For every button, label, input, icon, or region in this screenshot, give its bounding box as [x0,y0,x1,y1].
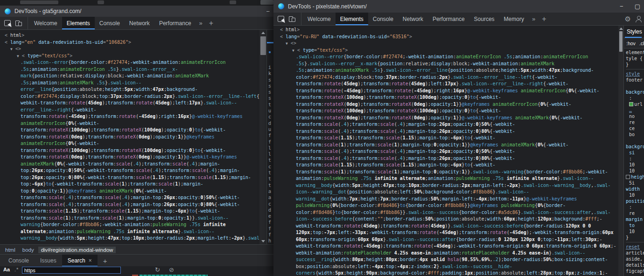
dom-node-row[interactable]: < html> [273,27,618,34]
left-elements-tree[interactable]: < html>< lang="en" data-redeviation-bs-u… [0,30,259,247]
drawer-tab-search[interactable]: Search× [62,255,98,267]
right-code-scrollbar[interactable] [618,26,623,276]
css-text-row[interactable]: transform:scale(.4);transform:scale(.4);… [0,194,259,201]
css-text-row[interactable]: transform:rotateX(100deg);transform:rota… [0,147,259,154]
css-text-row[interactable]: transform:rotateX(0deg);transform:rotate… [0,154,259,161]
breadcrumb-item[interactable]: body [20,247,37,253]
css-text-row[interactable]: warning__body{width:5px;height:47px;top:… [0,235,259,242]
css-text-row[interactable]: transform:rotateX(100deg);transform:rota… [273,108,618,115]
css-text-row[interactable]: icon--success:before{content:"";border-r… [273,216,618,223]
css-text-row[interactable]: transform:scale(1.15);transform:scale(1.… [273,162,618,169]
css-text-row[interactable]: transform:scale(1.15);transform:scale(1.… [0,208,259,215]
css-text-row[interactable]: animateXMark{0%{-webkit-transform:scale(… [0,161,259,168]
css-text-row[interactable]: error__line{position:absolute;height:5px… [0,86,259,93]
tab-performance[interactable]: Performance [154,17,196,29]
pseudo-state-toggle[interactable]: :hov [626,41,636,46]
css-text-row[interactable]: icon--warning__dot{position:absolute;lef… [273,189,618,196]
css-text-row[interactable]: alternate;animation:pulseWarning .75s in… [0,228,259,235]
tab-welcome[interactable]: Welcome [29,17,62,29]
css-text-row[interactable]: transform:rotateX(0deg);transform:rotate… [273,115,618,122]
css-text-row[interactable]: transform:scale(.4);transform:scale(.4);… [273,121,618,128]
css-text-row[interactable]: top:26px;opacity:0}80%{-webkit-transform… [0,174,259,181]
css-text-row[interactable]: box;position:absolute;left:-4px;top:-4px… [273,263,618,270]
dom-node-row[interactable]: < lang="en" data-redeviation-bs-uid="106… [0,39,259,46]
tab-memory[interactable]: Memory [499,13,529,25]
settings-gear-icon[interactable]: ⚙ [625,15,631,22]
css-text-row[interactable]: pulseWarning{0%{border-color:#f8d486}to{… [273,202,618,209]
minimize-button[interactable]: − [620,3,623,9]
css-text-row[interactable]: color:#f8d486}to{border-color:#f8bb86}}.… [273,209,618,216]
css-text-row[interactable]: .swal-icon--error{border-color:#f27474;-… [273,54,618,61]
scrollbar-thumb[interactable] [619,31,623,52]
new-tab-button[interactable]: + [206,17,217,29]
css-text-row[interactable]: transform:scale(1.15);transform:scale(1.… [273,135,618,142]
dom-node-row[interactable]: ▼ < type="text/css"> [273,47,618,54]
tab-network[interactable]: Network [125,17,154,29]
dom-node-row[interactable]: ▼ < type="text/css"> [0,53,259,60]
css-text-row[interactable]: transform:rotateX(100deg);transform:rota… [273,94,618,101]
css-text-row[interactable]: animateErrorIcon{0%{-webkit- [0,140,259,147]
left-titlebar[interactable]: DevTools - gta5grand.com/ − [0,6,273,17]
styles-panel-header[interactable]: Styles [624,26,644,38]
dom-node-row[interactable]: < lang="ru-RU" data-redeviation-bs-uid="… [273,34,618,41]
more-tabs-button[interactable]: » [529,13,539,25]
tab-elements[interactable]: Elements [336,13,368,25]
regex-button[interactable]: .* [14,267,19,272]
css-text-row[interactable]: transform:rotate(-45deg);transform:rotat… [273,88,618,95]
class-toggle[interactable]: .cls [639,41,644,46]
stylesheet-link[interactable]: … [626,107,644,113]
close-tab-icon[interactable]: × [89,257,92,264]
tab-console[interactable]: Console [95,17,125,29]
drawer-tab-issues[interactable]: Issues [35,255,62,267]
css-text-row[interactable]: webkit-animation:rotatePlaceholder 4.25s… [273,250,618,257]
color-swatch[interactable] [629,102,633,106]
breadcrumb-item[interactable]: html [2,247,18,253]
css-text-row[interactable]: .5s;animation:animateErrorIcon .5s}.swal… [0,66,259,73]
css-text-row[interactable]: webkit-transform:rotate(-45deg);transfor… [273,243,618,250]
scroll-up-icon[interactable] [619,28,623,30]
css-text-row[interactable]: animation:pulseWarning .75s infinite alt… [273,175,618,182]
tab-network[interactable]: Network [398,13,428,25]
drawer-tab-console[interactable]: Console [3,255,35,267]
css-text-row[interactable]: mark{position:relative;display:block;-we… [0,73,259,80]
css-text-row[interactable]: webkit-transform:rotate(45deg);transform… [0,100,259,107]
css-text-row[interactable]: animateErrorIcon{0%{-webkit- [0,120,259,127]
styles-filter-bar[interactable]: :hov .cls [624,38,644,48]
stylesheet-link[interactable]: style [626,71,644,77]
right-elements-tree[interactable]: < html>< lang="ru-RU" data-redeviation-b… [273,26,618,276]
css-text-row[interactable]: transform:scale(.4);transform:scale(.4);… [273,155,618,162]
css-text-row[interactable]: transform:scale(1);transform:scale(1);ma… [273,169,618,176]
device-toolbar-icon[interactable] [289,16,296,22]
stylesheet-link[interactable]: reset [626,244,644,250]
refresh-search-icon[interactable]: ↻ [155,266,160,273]
css-text-row[interactable]: warning{border-color:#f8bb86;-webkit-ani… [0,221,259,228]
css-text-row[interactable]: transform:rotate(45deg);transform:rotate… [273,81,618,88]
inspect-element-icon[interactable] [4,20,11,26]
device-toolbar-icon[interactable] [15,20,22,26]
tab-sources[interactable]: Sources [469,13,499,25]
css-text-row[interactable]: transform:scale(1);transform:scale(1);ma… [0,215,259,222]
css-text-row[interactable]: .5s}.swal-icon--error__x-mark{position:r… [273,61,618,68]
css-text-row[interactable]: transform:rotateX(100deg);transform:rota… [0,127,259,134]
css-text-row[interactable]: transform:rotateX(0deg);transform:rotate… [0,134,259,141]
css-text-row[interactable]: .5s;animation:animateXMark .5s}.swal-ico… [273,67,618,74]
css-text-row[interactable]: 60px;transform-origin:60px 60px}.swal-ic… [273,236,618,243]
clear-search-icon[interactable]: ⊘ [169,266,174,273]
css-text-row[interactable]: top:-6px}to{-webkit-transform:scale(1);t… [0,181,259,188]
css-text-row[interactable]: color:#f27474;display:block;top:37px;bor… [273,74,618,81]
tab-welcome[interactable]: Welcome [303,13,336,25]
css-text-row[interactable]: 120px;top:-7px;left:-33px;-webkit-transf… [273,229,618,236]
css-text-row[interactable]: transform:rotateX(0deg);transform:rotate… [273,101,618,108]
css-text-row[interactable]: corners{width:5px;height:90px;background… [273,270,618,276]
dom-node-row[interactable]: ▼ <> [273,40,618,47]
css-text-row[interactable]: transform:scale(.4);transform:scale(.4);… [273,128,618,135]
tab-performance[interactable]: Performance [428,13,469,25]
css-text-row[interactable]: top:0;opacity:1}}@keyframes animateXMark… [0,188,259,195]
inspect-element-icon[interactable] [278,16,284,22]
new-tab-button[interactable]: + [539,13,549,25]
css-text-row[interactable]: top:26px;opacity:0}50%{-webkit-transform… [0,167,259,174]
declaration-checkbox[interactable] [626,175,630,179]
css-text-row[interactable]: warning__dot{width:7px;height:7px;border… [273,196,618,203]
css-text-row[interactable]: transform:scale(1);transform:scale(1);ma… [273,142,618,149]
left-styles-sidebar-collapsed[interactable]: i k s s s s t u c d u f f l l t c t t t … [266,30,273,244]
